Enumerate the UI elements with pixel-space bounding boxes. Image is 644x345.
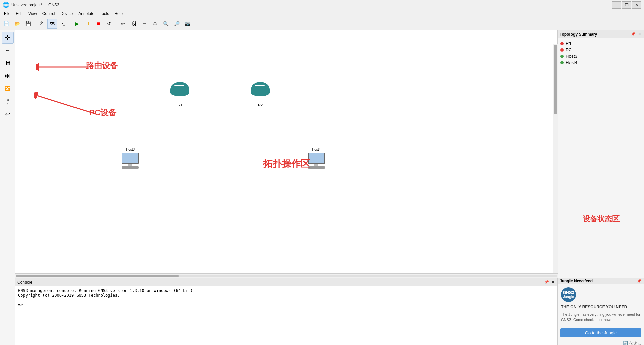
bottom-area: Console 📌 ✕ GNS3 management console. Run… (15, 278, 644, 345)
watermark-text: 亿速云 (629, 341, 641, 345)
topology-view-button[interactable]: 🗺 (47, 19, 57, 29)
menu-tools[interactable]: Tools (97, 11, 112, 17)
scrollbar-track (16, 275, 557, 277)
horizontal-scrollbar[interactable] (15, 273, 558, 278)
topology-summary-controls[interactable]: 📌 ✕ (631, 32, 642, 37)
topo-item-r1[interactable]: R1 (560, 40, 641, 47)
jungle-body: GNS3 Jungle THE ONLY RESOURCE YOU NEED T… (558, 284, 644, 326)
titlebar-title: Unsaved project* — GNS3 (11, 3, 59, 7)
node-r2-label: R2 (258, 103, 263, 107)
vertical-scrollbar[interactable] (553, 44, 558, 273)
menu-help[interactable]: Help (112, 11, 126, 17)
vscroll-thumb[interactable] (554, 45, 557, 114)
console-header-controls[interactable]: 📌 ✕ (544, 280, 555, 285)
topo-label-host4: Host4 (566, 60, 577, 65)
content-area: R1 R2 (15, 30, 644, 345)
edit-note-button[interactable]: ✏ (118, 19, 128, 29)
topology-summary-header: Topology Summary 📌 ✕ (558, 30, 644, 38)
topology-summary-title: Topology Summary (560, 32, 597, 37)
node-host3-label: Host3 (126, 148, 135, 151)
node-host4[interactable]: Host4 (307, 148, 326, 169)
screenshot-button[interactable]: 📷 (182, 19, 192, 29)
network-sidebar-button[interactable]: 🔀 (2, 82, 14, 95)
goto-jungle-button[interactable]: Go to the Jungle (560, 328, 641, 337)
console-header: Console 📌 ✕ (15, 278, 557, 286)
node-host3[interactable]: Host3 (121, 148, 139, 169)
pause-all-button[interactable]: ⏸ (83, 19, 93, 29)
topo-item-host3[interactable]: Host3 (560, 53, 641, 59)
main-area: ✛ ← 🖥 ⏭ 🔀 🖥 ↕ ↩ (0, 30, 644, 345)
jungle-pin-button[interactable]: 📌 (637, 278, 642, 284)
topology-work-area-label: 拓扑操作区 (263, 158, 310, 170)
timer-button[interactable]: ⏱ (37, 19, 47, 29)
save-button[interactable]: 💾 (23, 19, 33, 29)
topology-summary-close-button[interactable]: ✕ (637, 32, 642, 37)
network-sidebar-button-2[interactable]: 🖥 ↕ (2, 95, 14, 107)
toolbar-separator-2 (70, 20, 70, 28)
menu-view[interactable]: View (26, 11, 40, 17)
menu-device[interactable]: Device (58, 11, 76, 17)
scrollbar-thumb[interactable] (16, 275, 179, 277)
jungle-header-controls[interactable]: 📌 (637, 278, 642, 284)
topo-label-r2: R2 (566, 47, 572, 52)
node-r1[interactable]: R1 (170, 82, 190, 107)
svg-line-3 (37, 96, 96, 114)
jungle-title: Jungle Newsfeed (560, 279, 593, 283)
device-state-area-label: 设备状态区 (583, 214, 620, 224)
console-all-button[interactable]: >_ (58, 19, 68, 29)
console-panel: Console 📌 ✕ GNS3 management console. Run… (15, 278, 558, 345)
node-r2[interactable]: R2 (250, 82, 270, 107)
reload-button[interactable]: ↺ (104, 19, 114, 29)
menubar: File Edit View Control Device Annotate T… (0, 10, 644, 17)
topo-status-host4 (560, 61, 564, 64)
zoom-in-button[interactable]: 🔍 (161, 19, 171, 29)
draw-rect-button[interactable]: ▭ (139, 19, 149, 29)
back-sidebar-button[interactable]: ← (2, 44, 14, 56)
topo-item-host4[interactable]: Host4 (560, 59, 641, 66)
zoom-out-button[interactable]: 🔎 (171, 19, 182, 29)
undo-sidebar-button[interactable]: ↩ (2, 108, 14, 120)
topo-label-host3: Host3 (566, 54, 577, 59)
menu-edit[interactable]: Edit (13, 11, 26, 17)
console-line-2: Copyright (c) 2006-2019 GNS3 Technologie… (18, 293, 555, 298)
topo-label-r1: R1 (566, 41, 572, 46)
maximize-button[interactable]: ❐ (622, 1, 631, 9)
console-body: GNS3 management console. Running GNS3 ve… (15, 286, 557, 345)
toolbar-separator-1 (35, 20, 35, 28)
monitor-sidebar-button[interactable]: 🖥 (2, 57, 14, 69)
titlebar-controls[interactable]: — ❐ ✕ (612, 1, 641, 9)
annotation-router: 路由设备 (86, 60, 118, 71)
jungle-logo: GNS3 Jungle (561, 287, 576, 302)
open-button[interactable]: 📂 (12, 19, 22, 29)
start-all-button[interactable]: ▶ (72, 19, 82, 29)
close-button[interactable]: ✕ (632, 1, 641, 9)
topology-canvas[interactable]: R1 R2 (15, 30, 558, 273)
insert-image-button[interactable]: 🖼 (129, 19, 139, 29)
draw-ellipse-button[interactable]: ⬭ (150, 19, 160, 29)
toolbar: 📄 📂 💾 ⏱ 🗺 >_ ▶ ⏸ ⏹ ↺ ✏ 🖼 ▭ ⬭ 🔍 🔎 📷 (0, 17, 644, 30)
jungle-header: Jungle Newsfeed 📌 (558, 278, 644, 284)
topology-summary-pin-button[interactable]: 📌 (631, 32, 636, 37)
jungle-tagline: THE ONLY RESOURCE YOU NEED (561, 305, 641, 309)
console-pin-button[interactable]: 📌 (544, 280, 549, 285)
router-arrow (36, 57, 89, 77)
forward-sidebar-button[interactable]: ⏭ (2, 70, 14, 82)
topo-item-r2[interactable]: R2 (560, 47, 641, 53)
select-move-button[interactable]: ✛ (2, 32, 14, 44)
new-file-button[interactable]: 📄 (1, 19, 11, 29)
console-line-3 (18, 298, 555, 302)
topology-canvas-container[interactable]: R1 R2 (15, 30, 558, 278)
stop-all-button[interactable]: ⏹ (93, 19, 103, 29)
console-close-button[interactable]: ✕ (550, 280, 555, 285)
menu-file[interactable]: File (1, 11, 13, 17)
app-icon: 🌐 (3, 2, 9, 8)
topo-status-r2 (560, 48, 564, 52)
toolbar-separator-3 (116, 20, 116, 28)
topo-status-host3 (560, 55, 564, 58)
menu-annotate[interactable]: Annotate (76, 11, 97, 17)
sidebar: ✛ ← 🖥 ⏭ 🔀 🖥 ↕ ↩ (0, 30, 15, 345)
topology-node-list: R1 R2 Host3 Host4 (558, 38, 644, 160)
node-host4-label: Host4 (312, 148, 321, 151)
menu-control[interactable]: Control (40, 11, 58, 17)
minimize-button[interactable]: — (612, 1, 621, 9)
